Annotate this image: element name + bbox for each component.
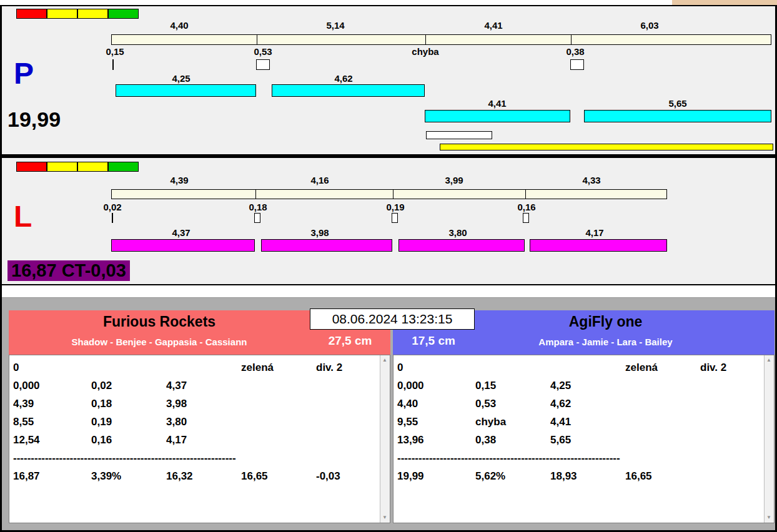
cell: 0,15: [475, 377, 550, 395]
cell: 16,32: [166, 467, 241, 485]
cell: 0,19: [91, 413, 166, 431]
cell: [700, 395, 765, 413]
lane-letter-p: P: [14, 59, 34, 89]
left-team-members: Shadow - Benjee - Gappasia - Cassiann: [9, 337, 310, 347]
cell: [241, 395, 316, 413]
run-bar: [111, 239, 255, 252]
scrollbar[interactable]: ▲ ▼: [764, 355, 774, 523]
run-time-label: 5,65: [668, 98, 686, 109]
cell: [475, 358, 550, 377]
segment-time-label: 4,39: [170, 175, 188, 185]
yellow-light-icon: [47, 9, 77, 19]
right-team-results[interactable]: 0zelenádiv. 2 0,0000,154,25 4,400,534,62…: [393, 355, 775, 523]
cell: 8,55: [13, 413, 91, 431]
segment-divider-tick: [255, 190, 256, 199]
lane-p-panel: 4,40 5,14 4,41 6,03 0,15 0,53 chyba 0,38…: [2, 6, 775, 154]
cell: [625, 413, 700, 431]
exchange-box: [256, 59, 270, 70]
summary-row: 19,995,62%18,9316,65: [393, 467, 765, 485]
cell: [316, 431, 380, 449]
left-jump-height: 27,5 cm: [310, 334, 390, 348]
cell: 3,98: [166, 395, 241, 413]
run-time-label: 3,80: [448, 227, 467, 238]
exchange-box: [570, 59, 584, 70]
cell: 4,41: [550, 413, 625, 431]
running-indicator-bar: [440, 144, 773, 150]
lane-p-total-time: 19,99: [7, 109, 61, 130]
cell: 4,39: [13, 395, 91, 413]
cell: [550, 358, 625, 377]
segment-time-label: 4,40: [170, 20, 188, 31]
scrollbar[interactable]: ▲ ▼: [380, 355, 390, 523]
cell: [241, 431, 316, 449]
cell: [316, 413, 380, 431]
pending-run-box: [426, 131, 492, 139]
total-time-bar: [111, 189, 667, 199]
segment-time-label: 4,33: [582, 175, 600, 185]
cell: div. 2: [316, 358, 380, 377]
left-team-results[interactable]: 0zelenádiv. 2 0,0000,024,37 4,390,183,98…: [9, 355, 390, 523]
table-row: 4,400,534,62: [393, 395, 765, 413]
lane-l-panel: 4,39 4,16 3,99 4,33 0,02 0,18 0,19 0,16 …: [2, 158, 775, 284]
table-row: 0,0000,024,37: [9, 377, 380, 395]
cell: [91, 358, 166, 377]
cell: 0,38: [475, 431, 550, 449]
yellow-light-icon: [77, 9, 108, 19]
cell: [241, 413, 316, 431]
cell: 0,02: [91, 377, 166, 395]
cell: 0,18: [91, 395, 166, 413]
table-row: 9,55chyba4,41: [393, 413, 765, 431]
cell: 12,54: [13, 431, 91, 449]
scroll-up-icon[interactable]: ▲: [380, 357, 389, 364]
segment-divider-tick: [393, 190, 393, 199]
exchange-time-label: 0,15: [106, 46, 124, 57]
left-team-name: Furious Rockets: [9, 313, 310, 330]
cell: zelená: [241, 358, 316, 377]
exchange-box: [523, 213, 529, 223]
cell: 4,62: [550, 395, 625, 413]
results-section: Furious Rockets Shadow - Benjee - Gappas…: [2, 298, 775, 530]
table-row: 0,0000,154,25: [393, 377, 765, 395]
run-time-label: 4,17: [585, 227, 603, 238]
scroll-down-icon[interactable]: ▼: [380, 514, 389, 521]
cell: 4,17: [166, 431, 241, 449]
scroll-up-icon[interactable]: ▲: [765, 357, 773, 364]
cell: 4,37: [166, 377, 241, 395]
cell: 9,55: [397, 413, 475, 431]
run-time-label: 4,62: [334, 73, 352, 84]
run-bar: [272, 84, 425, 97]
run-bar: [584, 110, 771, 122]
left-results-body: 0zelenádiv. 2 0,0000,024,37 4,390,183,98…: [9, 358, 380, 523]
green-light-icon: [108, 9, 139, 19]
table-row: 0zelenádiv. 2: [393, 358, 765, 377]
lane-l-total-time: 16,87 CT-0,03: [7, 260, 130, 281]
cell: [700, 413, 765, 431]
cell: [700, 377, 765, 395]
separator-row: ----------------------------------------…: [393, 449, 765, 467]
segment-time-label: 6,03: [640, 20, 658, 31]
cell: [700, 431, 765, 449]
cell: div. 2: [700, 358, 765, 377]
right-team-members: Ampara - Jamie - Lara - Bailey: [455, 337, 756, 347]
cell: 3,39%: [91, 467, 166, 485]
table-row: 8,550,193,80: [9, 413, 380, 431]
segment-divider-tick: [571, 35, 572, 44]
start-lights-p: [16, 9, 139, 20]
exchange-time-label: 0,18: [249, 202, 267, 212]
exchange-error-label: chyba: [412, 46, 438, 57]
segment-divider-tick: [525, 190, 526, 199]
exchange-time-label: 0,38: [566, 46, 584, 57]
segment-divider-tick: [257, 35, 257, 44]
run-bar: [530, 239, 667, 252]
scroll-down-icon[interactable]: ▼: [765, 514, 773, 521]
summary-row: 16,873,39%16,3216,65-0,03: [9, 467, 380, 485]
run-time-label: 3,98: [310, 227, 329, 238]
run-bar: [116, 84, 256, 97]
cell: 4,25: [550, 377, 625, 395]
cell: 13,96: [397, 431, 475, 449]
exchange-time-label: 0,16: [517, 202, 535, 212]
datetime-display: 08.06.2024 13:23:15: [310, 308, 475, 330]
yellow-light-icon: [77, 162, 108, 172]
cell: 0,000: [13, 377, 91, 395]
cell: [625, 395, 700, 413]
